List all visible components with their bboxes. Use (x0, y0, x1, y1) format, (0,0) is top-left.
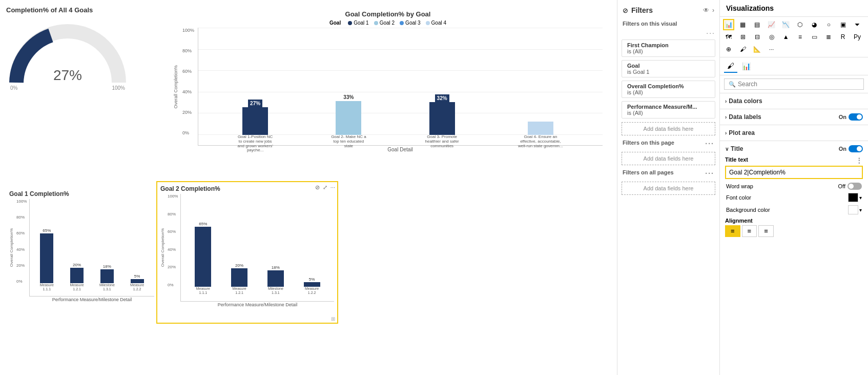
plot-area-header[interactable]: › Plot area (720, 127, 868, 139)
data-labels-toggle[interactable]: On (839, 113, 863, 121)
add-all-pages-fields[interactable]: Add data fields here (622, 182, 715, 195)
title-text-input[interactable] (725, 166, 863, 179)
font-color-swatch[interactable] (848, 193, 858, 202)
viz-icon-area[interactable]: 📉 (780, 19, 792, 30)
y-axis-title-wrapper: Overall Completion% (173, 28, 182, 146)
align-left-button[interactable]: ≡ (725, 225, 740, 237)
g1-bar-2-rect[interactable] (70, 268, 84, 283)
filters-page-more-icon[interactable]: ··· (705, 140, 714, 148)
bg-color-dropdown-icon[interactable]: ▾ (859, 207, 862, 213)
format-analytics-icon[interactable]: 📊 (739, 60, 753, 73)
filter-item-goal[interactable]: Goal is Goal 1 (622, 60, 715, 77)
legend-label-1: Goal 1 (354, 20, 368, 26)
title-text-more-icon[interactable]: ⋮ (856, 156, 863, 164)
expand-icon[interactable]: ⤢ (323, 184, 327, 191)
word-wrap-toggle-switch[interactable] (848, 183, 862, 190)
font-color-swatch-wrapper: ▾ (848, 193, 862, 202)
filters-visual-more-icon[interactable]: ··· (706, 29, 715, 37)
legend-dot-1 (348, 21, 352, 25)
word-wrap-label: Word wrap (726, 183, 753, 189)
viz-icon-clustered-bar[interactable]: ▤ (752, 19, 763, 30)
goal-completion-bars: 27% 33% 32% (198, 28, 603, 146)
goal1-bars-area: 65% 20% 18% 5% (29, 199, 154, 297)
filter-item-completion[interactable]: Overall Completion% is (All) (622, 81, 715, 98)
data-labels-toggle-switch[interactable] (849, 113, 863, 121)
data-colors-header[interactable]: › Data colors (720, 95, 868, 107)
more-icon[interactable]: ··· (330, 184, 335, 191)
filter-funnel-icon: ⊘ (623, 7, 628, 14)
viz-icon-stacked-bar[interactable]: ▦ (737, 19, 749, 30)
viz-icon-donut[interactable]: ○ (823, 19, 834, 30)
visualizations-panel: Visualizations 📊 ▦ ▤ 📈 📉 ⬡ ◕ ○ ▣ ⏷ 🗺 ⊞ ⊟… (719, 0, 868, 375)
add-page-fields[interactable]: Add data fields here (622, 152, 715, 165)
viz-icon-line[interactable]: 📈 (766, 19, 777, 30)
bar-2[interactable] (336, 101, 361, 135)
goal2-chart[interactable]: ⊘ ⤢ ··· Goal 2 Completion% Overall Compl… (156, 181, 338, 324)
filter-perf-title: Performance Measure/M... (627, 104, 710, 110)
bg-color-swatch[interactable] (848, 205, 858, 214)
g2-bar-2-rect[interactable] (231, 268, 247, 287)
filters-on-visual-label: Filters on this visual (617, 18, 719, 29)
g2-bar-1-rect[interactable] (195, 227, 211, 287)
bar-4[interactable] (528, 122, 553, 135)
align-center-button[interactable]: ≡ (742, 225, 757, 237)
viz-icon-pie[interactable]: ◕ (809, 19, 820, 30)
filter-icon[interactable]: ⊘ (315, 184, 320, 191)
viz-icon-card[interactable]: ▭ (809, 31, 820, 43)
bar-2-label: 33% (343, 94, 354, 100)
g2-bar-2: 20% (231, 263, 247, 287)
goal1-chart: Goal 1 Completion% Overall Completion% 1… (6, 187, 157, 315)
viz-icon-matrix[interactable]: ⊟ (752, 31, 763, 43)
resize-handle[interactable]: ⊞ (331, 316, 335, 322)
g1-bar-3-rect[interactable] (100, 269, 114, 283)
viz-icon-map[interactable]: 🗺 (723, 31, 734, 43)
y-tick-3: 40% (182, 89, 196, 94)
align-right-button[interactable]: ≡ (758, 225, 774, 237)
viz-search-input[interactable] (738, 81, 859, 88)
add-visual-fields[interactable]: Add data fields here (622, 122, 715, 135)
word-wrap-toggle[interactable]: Off (838, 183, 862, 190)
filters-panel: ⊘ Filters 👁 › Filters on this visual ···… (617, 0, 719, 375)
g2-bar-3-rect[interactable] (267, 270, 284, 287)
filter-item-perf[interactable]: Performance Measure/M... is (All) (622, 101, 715, 119)
bar-3[interactable] (429, 102, 455, 135)
viz-icon-field[interactable]: ⊕ (723, 44, 734, 55)
viz-icon-analytics[interactable]: 📐 (752, 44, 763, 55)
viz-icon-format[interactable]: 🖌 (737, 44, 749, 55)
viz-icon-gauge[interactable]: ◎ (766, 31, 777, 43)
bar-1[interactable] (242, 107, 268, 135)
viz-icon-more-types[interactable]: ··· (766, 44, 777, 55)
viz-icon-bar[interactable]: 📊 (723, 19, 734, 30)
g1-bar-4-rect[interactable] (131, 279, 144, 283)
filters-all-more-icon[interactable]: ··· (705, 169, 714, 177)
title-toggle-switch[interactable] (849, 145, 863, 152)
font-color-dropdown-icon[interactable]: ▾ (859, 195, 862, 201)
viz-icon-py[interactable]: Py (852, 31, 863, 43)
g1-bar-1-rect[interactable] (40, 233, 53, 283)
viz-icon-slicer[interactable]: ≡ (794, 31, 805, 43)
filters-header: ⊘ Filters 👁 › (617, 4, 719, 18)
viz-icon-multirow[interactable]: ≣ (823, 31, 834, 43)
legend-dot-4 (426, 21, 430, 25)
format-paint-icon[interactable]: 🖌 (724, 60, 737, 73)
filters-chevron-right-icon[interactable]: › (712, 7, 714, 14)
viz-search-bar[interactable]: 🔍 (724, 78, 864, 90)
viz-icon-kpi[interactable]: ▲ (780, 31, 792, 43)
viz-icon-treemap[interactable]: ▣ (837, 19, 849, 30)
title-toggle[interactable]: On (839, 145, 863, 152)
data-labels-header[interactable]: › Data labels On (720, 111, 868, 123)
viz-icon-funnel[interactable]: ⏷ (852, 19, 863, 30)
filter-item-champion[interactable]: First Champion is (All) (622, 40, 715, 57)
goal2-body: Overall Completion% 100% 80% 60% 40% 20%… (160, 194, 334, 302)
viz-icon-scatter[interactable]: ⬡ (794, 19, 805, 30)
title-section-header[interactable]: ∨ Title On (720, 143, 868, 154)
g2-bar-3: 18% (267, 265, 284, 287)
legend-item-1: Goal 1 (348, 20, 368, 26)
title-value: On (839, 146, 846, 152)
viz-icon-table[interactable]: ⊞ (737, 31, 749, 43)
viz-icon-r[interactable]: R (837, 31, 849, 43)
goal2-y-title: Overall Completion% (160, 228, 165, 267)
g2-bar-4-rect[interactable] (304, 282, 320, 287)
filters-eye-icon[interactable]: 👁 (703, 7, 709, 14)
data-colors-section: › Data colors (720, 93, 868, 109)
